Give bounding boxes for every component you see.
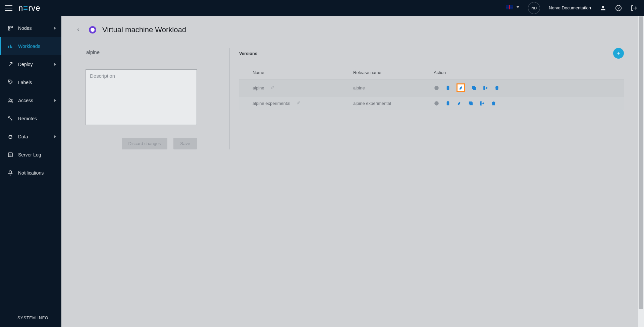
versions-table: Name Release name Action alpine alpine [239,67,624,110]
svg-rect-26 [469,102,472,104]
language-selector[interactable] [506,5,519,11]
rocket-icon [458,85,464,90]
cancel-icon[interactable] [434,85,439,90]
svg-point-9 [8,117,10,118]
main-content: Virtual machine Workload Discard changes… [61,16,644,327]
sidebar-item-label: Labels [18,80,32,85]
svg-rect-4 [10,45,11,49]
svg-rect-19 [472,86,475,89]
discard-button[interactable]: Discard changes [122,138,168,149]
add-version-button[interactable] [613,48,624,59]
chevron-right-icon [54,63,56,66]
sidebar-item-server-log[interactable]: Server Log [0,146,61,164]
deploy-action-highlighted[interactable] [457,83,465,92]
export-icon[interactable] [479,101,485,106]
sidebar: Nodes Workloads Deploy Labels [0,16,61,327]
chevron-right-icon [54,27,56,29]
svg-point-7 [9,99,11,101]
cancel-icon[interactable] [434,101,439,106]
svg-rect-17 [447,86,448,87]
trash-icon[interactable] [491,101,496,106]
sidebar-item-label: Remotes [18,116,37,121]
logo[interactable]: n≡rve [18,3,41,13]
sidebar-item-workloads[interactable]: Workloads [0,37,61,55]
access-icon [7,97,13,104]
sidebar-item-deploy[interactable]: Deploy [0,55,61,73]
sidebar-item-notifications[interactable]: Notifications [0,164,61,182]
sidebar-item-remotes[interactable]: Remotes [0,110,61,128]
sidebar-item-label: Access [18,98,33,103]
page-title: Virtual machine Workload [102,25,186,34]
user-avatar[interactable]: ND [528,2,540,14]
back-button[interactable] [73,25,83,35]
copy-icon[interactable] [468,101,473,106]
sidebar-item-label: Data [18,134,28,139]
sidebar-item-label: Server Log [18,152,41,157]
sidebar-item-label: Nodes [18,25,32,31]
table-row[interactable]: alpine experimental alpine experimental [239,96,624,110]
sidebar-item-labels[interactable]: Labels [0,73,61,91]
serverlog-icon [7,152,13,158]
system-info-link[interactable]: SYSTEM INFO [0,316,61,327]
version-release: alpine [353,85,434,90]
svg-point-8 [11,99,12,101]
chevron-right-icon [54,99,56,102]
sidebar-item-nodes[interactable]: Nodes [0,19,61,37]
svg-point-6 [9,81,10,82]
data-icon [7,134,13,140]
clipboard-icon[interactable] [445,101,450,106]
help-icon[interactable]: ? [615,5,622,11]
version-release: alpine experimental [353,101,434,106]
sidebar-item-data[interactable]: Data [0,128,61,146]
column-release: Release name [353,70,434,75]
chevron-down-icon [517,6,519,8]
versions-heading: Versions [239,51,257,56]
svg-rect-5 [11,47,12,48]
unlink-icon [270,85,274,90]
deploy-icon [7,61,13,67]
chevron-right-icon [54,135,56,138]
version-name: alpine experimental [253,101,290,106]
clipboard-icon[interactable] [445,85,450,90]
user-icon[interactable] [600,5,606,11]
svg-text:?: ? [618,6,620,10]
scrollbar[interactable] [638,16,644,327]
column-action: Action [434,70,610,75]
notifications-icon [7,170,13,176]
labels-icon [7,79,13,85]
workload-description-input[interactable] [86,69,197,125]
save-button[interactable]: Save [173,138,197,149]
svg-rect-24 [447,101,448,102]
menu-toggle-icon[interactable] [5,5,12,11]
workloads-icon [7,43,13,49]
topbar: n≡rve ND Nerve Documentation ? [0,0,644,16]
scrollbar-thumb[interactable] [639,16,643,309]
documentation-link[interactable]: Nerve Documentation [549,5,591,10]
copy-icon[interactable] [471,85,477,90]
unlink-icon [297,101,301,106]
sidebar-item-label: Notifications [18,170,44,176]
sidebar-item-access[interactable]: Access [0,91,61,110]
column-name: Name [253,70,353,75]
svg-rect-3 [8,46,9,49]
sidebar-item-label: Workloads [18,44,40,49]
nodes-icon [7,25,13,31]
flag-uk-icon [506,5,513,9]
trash-icon[interactable] [494,85,499,90]
logout-icon[interactable] [631,5,637,11]
workload-type-icon [89,26,96,34]
remotes-icon [7,116,13,122]
table-row[interactable]: alpine alpine [239,79,624,96]
export-icon[interactable] [483,85,488,90]
sidebar-item-label: Deploy [18,62,33,67]
version-name: alpine [253,85,264,90]
rocket-icon[interactable] [457,101,462,106]
workload-name-input[interactable] [86,48,197,57]
